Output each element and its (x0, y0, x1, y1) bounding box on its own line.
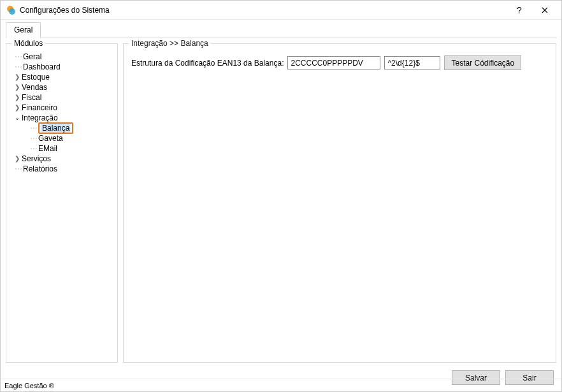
tree-item-gaveta[interactable]: ⋯ Gaveta (23, 133, 113, 143)
tree-item-label: Gaveta (38, 134, 63, 143)
chevron-down-icon[interactable]: ⌄ (13, 113, 22, 123)
tree-item-dashboard[interactable]: ⋯ Dashboard (10, 62, 113, 72)
tree-item-label: Dashboard (23, 62, 61, 71)
tree-item-geral[interactable]: ⋯ Geral (10, 52, 113, 62)
tree-item-label: Relatórios (23, 164, 57, 173)
svg-point-1 (9, 8, 15, 15)
tree-item-label: Serviços (22, 154, 51, 163)
statusbar: Eagle Gestão ® (1, 379, 561, 391)
tree-item-label: Financeiro (22, 103, 57, 112)
tree-item-label: Integração (22, 113, 58, 122)
ean-label: Estrutura da Codificação EAN13 da Balanç… (131, 59, 284, 68)
tree-children-integracao: ⋯ Balança ⋯ Gaveta ⋯ EMail (10, 123, 113, 154)
tree-item-label: Balança (41, 124, 70, 133)
modules-group: Módulos ⋯ Geral ⋯ Dashboard ❯ Estoque ❯ … (6, 43, 118, 363)
tree-item-label: Fiscal (22, 93, 41, 102)
selected-highlight: Balança (38, 122, 73, 134)
tree-item-servicos[interactable]: ❯ Serviços (10, 154, 113, 164)
tab-geral[interactable]: Geral (6, 22, 41, 38)
chevron-right-icon[interactable]: ❯ (13, 92, 22, 103)
tree-item-label: Estoque (22, 73, 50, 82)
ean-row: Estrutura da Codificação EAN13 da Balanç… (127, 52, 552, 70)
tree-item-email[interactable]: ⋯ EMail (23, 143, 113, 154)
chevron-right-icon[interactable]: ❯ (13, 103, 22, 113)
tree-item-label: Geral (23, 52, 41, 61)
breadcrumb: Integração >> Balança (129, 39, 211, 48)
test-codification-button[interactable]: Testar Códificação (444, 55, 521, 70)
tree-item-fiscal[interactable]: ❯ Fiscal (10, 92, 113, 103)
settings-panel: Integração >> Balança Estrutura da Codif… (123, 43, 556, 363)
tree-item-label: EMail (38, 144, 57, 153)
modules-group-label: Módulos (11, 39, 45, 48)
tree-connector-icon: ⋯ (23, 144, 37, 153)
tabstrip: Geral (1, 20, 561, 38)
close-button[interactable] (532, 1, 558, 19)
help-button[interactable]: ? (507, 1, 532, 19)
tree-connector-icon: ⋯ (13, 164, 22, 173)
tree-connector-icon: ⋯ (13, 52, 22, 61)
window-title: Configurações do Sistema (20, 6, 507, 15)
chevron-right-icon[interactable]: ❯ (13, 72, 22, 82)
tree-item-integracao[interactable]: ⌄ Integração (10, 113, 113, 123)
content-area: Módulos ⋯ Geral ⋯ Dashboard ❯ Estoque ❯ … (1, 38, 561, 368)
tree-item-estoque[interactable]: ❯ Estoque (10, 72, 113, 82)
titlebar: Configurações do Sistema ? (1, 1, 561, 20)
tree-item-label: Vendas (22, 83, 47, 92)
ean-pattern-input[interactable] (287, 56, 380, 69)
tree-item-balanca[interactable]: ⋯ Balança (23, 123, 113, 133)
tree-connector-icon: ⋯ (13, 62, 22, 71)
tree-item-vendas[interactable]: ❯ Vendas (10, 82, 113, 92)
ean-regex-input[interactable] (384, 56, 440, 69)
tree-connector-icon: ⋯ (23, 124, 37, 133)
chevron-right-icon[interactable]: ❯ (13, 154, 22, 164)
tree-connector-icon: ⋯ (23, 134, 37, 143)
tree-item-relatorios[interactable]: ⋯ Relatórios (10, 164, 113, 174)
brand-label: Eagle Gestão ® (4, 382, 54, 389)
chevron-right-icon[interactable]: ❯ (13, 82, 22, 92)
app-icon (6, 5, 16, 15)
tree-item-financeiro[interactable]: ❯ Financeiro (10, 103, 113, 113)
modules-tree: ⋯ Geral ⋯ Dashboard ❯ Estoque ❯ Vendas ❯… (10, 52, 113, 174)
